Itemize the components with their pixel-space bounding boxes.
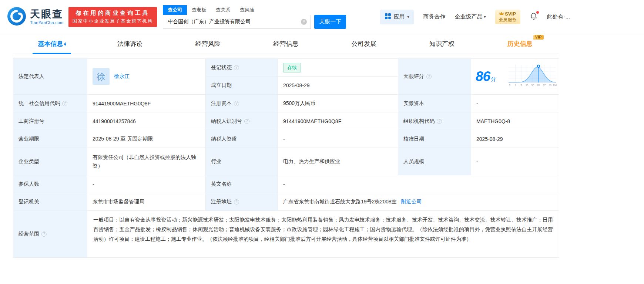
value-paid-in-capital: - (471, 95, 559, 112)
search-tab-risk[interactable]: 查风险 (235, 5, 259, 15)
apps-button[interactable]: 应用 ▾ (380, 10, 414, 24)
label-insured-count: 参保人数 (13, 175, 87, 193)
value-registration-status: 存续 (278, 59, 398, 77)
search-block: 查公司 查老板 查关系 查风险 × 天眼一下 (163, 5, 346, 29)
label-tianyan-score: 天眼评分? (398, 59, 471, 95)
label-registration-authority: 登记机关 (13, 193, 87, 211)
label-registration-number: 工商注册号 (13, 112, 87, 130)
value-registered-capital: 9500万人民币 (278, 95, 398, 112)
search-tab-company[interactable]: 查公司 (163, 5, 187, 15)
label-approval-date: 核准日期 (398, 130, 471, 148)
header-right-menu: 应用 ▾ 商务合作 企业级产品 ▾ SVIP 会员服务 (380, 10, 570, 24)
apps-label: 应用 (393, 13, 405, 20)
search-tab-boss[interactable]: 查老板 (187, 5, 211, 15)
tab-operating-risk[interactable]: 经营风险 (169, 34, 247, 54)
label-registration-status: 登记状态? (206, 59, 278, 77)
label-staff-size: 人员规模 (398, 148, 471, 175)
help-icon[interactable]: ? (41, 231, 47, 237)
menu-business-cooperation[interactable]: 商务合作 (423, 13, 445, 20)
label-establish-date: 成立日期 (206, 77, 278, 95)
svip-badge[interactable]: SVIP 会员服务 (495, 10, 520, 24)
value-registered-address: 广东省东莞市南城街道石鼓大龙路19号2栋2008室 附近公司 (278, 193, 559, 211)
svg-text:50: 50 (531, 84, 534, 87)
slogan-line1: 都在用的商业查询工具 (73, 10, 153, 17)
search-submit-button[interactable]: 天眼一下 (314, 15, 346, 29)
value-registration-authority: 东莞市市场监督管理局 (87, 193, 206, 211)
legal-rep-link[interactable]: 徐永江 (114, 73, 130, 80)
score-value: 86 (476, 69, 490, 84)
value-approval-date: 2025-08-29 (471, 130, 559, 148)
value-business-scope: 一般项目：以自有资金从事投资活动；新兴能源技术研发；太阳能发电技术服务；太阳能热… (87, 211, 559, 258)
tab-history-info-label: 历史信息 (507, 40, 533, 47)
tianyancha-logo[interactable]: 天眼查 TianYanCha.com (7, 6, 64, 28)
label-credit-code: 统一社会信用代码? (13, 95, 87, 112)
chevron-down-icon: ▾ (407, 15, 409, 19)
slogan-line2: 国家中小企业发展子基金旗下机构 (73, 18, 153, 24)
help-icon[interactable]: ? (437, 119, 442, 124)
label-legal-representative: 法定代表人 (13, 59, 87, 95)
value-registration-number: 441900014257846 (87, 112, 206, 130)
brand-name: 天眼查 (30, 9, 64, 19)
value-enterprise-type: 有限责任公司（非自然人投资或控股的法人独资） (87, 148, 206, 175)
user-menu[interactable]: 此处有-... (547, 13, 570, 20)
crown-icon (499, 11, 504, 17)
value-taxpayer-id: 91441900MAETHG0Q8F (278, 112, 398, 130)
svg-text:15: 15 (526, 84, 529, 87)
help-icon[interactable]: ? (234, 101, 239, 106)
company-search-input[interactable] (168, 19, 301, 25)
svg-text:1: 1 (515, 84, 516, 87)
bell-icon (530, 12, 538, 22)
value-legal-representative: 徐 徐永江 (87, 59, 206, 95)
value-insured-count: - (87, 175, 206, 193)
label-business-scope: 经营范围? (13, 211, 87, 258)
label-taxpayer-qualification: 纳税人资质 (206, 130, 278, 148)
chevron-down-icon: ▾ (484, 15, 486, 19)
svip-label: SVIP (505, 11, 516, 17)
help-icon[interactable]: ? (426, 74, 432, 79)
value-credit-code: 91441900MAETHG0Q8F (87, 95, 206, 112)
section-tabs: 基本信息4 法律诉讼 经营风险 经营信息 公司发展 知识产权 历史信息 VIP (13, 34, 559, 54)
label-registered-capital: 注册资本? (206, 95, 278, 112)
value-staff-size: - (471, 148, 559, 175)
notification-dot (536, 11, 539, 14)
tab-company-development[interactable]: 公司发展 (325, 34, 403, 54)
search-box: × (163, 15, 311, 29)
value-english-name: - (278, 175, 559, 193)
help-icon[interactable]: ? (62, 101, 67, 106)
eye-logo-icon (7, 6, 27, 28)
tab-history-info[interactable]: 历史信息 VIP (481, 34, 559, 54)
tab-basic-info[interactable]: 基本信息4 (13, 34, 91, 54)
notification-bell[interactable] (530, 12, 538, 22)
apps-grid-icon (385, 13, 391, 20)
slogan-banner: 都在用的商业查询工具 国家中小企业发展子基金旗下机构 (68, 7, 157, 27)
label-registered-address: 注册地址? (206, 193, 278, 211)
tab-legal-proceedings[interactable]: 法律诉讼 (91, 34, 169, 54)
menu-enterprise-products[interactable]: 企业级产品 ▾ (455, 13, 486, 20)
registered-address-text: 广东省东莞市南城街道石鼓大龙路19号2栋2008室 (283, 199, 397, 205)
label-english-name: 英文名称 (206, 175, 278, 193)
svip-sub-label: 会员服务 (499, 17, 517, 23)
label-enterprise-type: 企业类型 (13, 148, 87, 175)
label-paid-in-capital: 实缴资本 (398, 95, 471, 112)
tab-intellectual-property[interactable]: 知识产权 (403, 34, 481, 54)
score-distribution-chart: 0 1 3 15 50 85 97 99 100 (509, 64, 557, 89)
value-establish-date: 2025-08-29 (278, 77, 398, 95)
value-taxpayer-qualification: - (278, 130, 398, 148)
basic-info-table: 法定代表人 徐 徐永江 登记状态? 存续 成立日期 2025-08-29 天眼评… (13, 58, 559, 258)
nearby-company-link[interactable]: 附近公司 (401, 199, 422, 205)
top-header: 天眼查 TianYanCha.com 都在用的商业查询工具 国家中小企业发展子基… (0, 0, 644, 34)
value-industry: 电力、热力生产和供应业 (278, 148, 398, 175)
clear-search-icon[interactable]: × (301, 19, 307, 25)
search-tab-relation[interactable]: 查关系 (211, 5, 235, 15)
help-icon[interactable]: ? (234, 199, 239, 204)
svg-text:3: 3 (520, 84, 522, 87)
tab-basic-info-label: 基本信息 (38, 40, 63, 48)
tab-operating-info[interactable]: 经营信息 (247, 34, 325, 54)
help-icon[interactable]: ? (244, 119, 249, 124)
legal-rep-avatar[interactable]: 徐 (93, 68, 110, 85)
svg-text:99: 99 (549, 84, 552, 87)
help-icon[interactable]: ? (234, 65, 239, 70)
tab-basic-info-count: 4 (64, 42, 66, 46)
value-organization-code: MAETHG0Q-8 (471, 112, 559, 130)
svg-text:85: 85 (537, 84, 540, 87)
